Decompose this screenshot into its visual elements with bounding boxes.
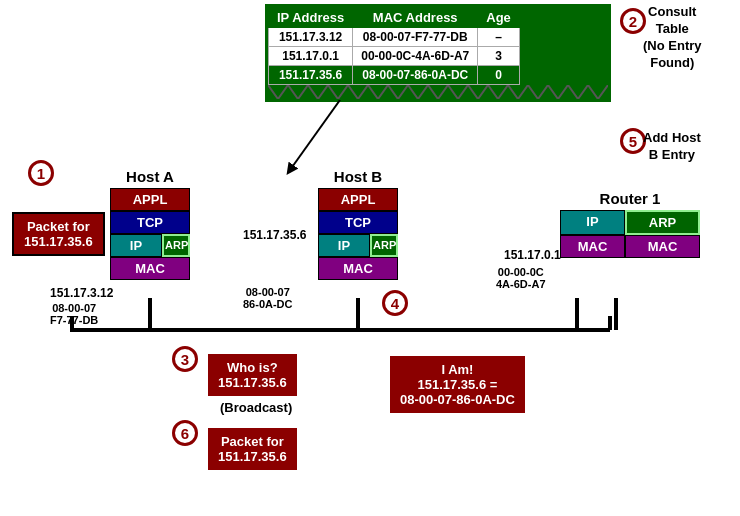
packet-box-left: Packet for151.17.35.6 — [12, 212, 105, 256]
packet-box-bottom: Packet for151.17.35.6 — [208, 428, 297, 470]
layer-arp-b: ARP — [370, 234, 398, 257]
layer-appl-b: APPL — [318, 188, 398, 211]
table-row: 151.17.0.1 00-00-0C-4A-6D-A7 3 — [269, 47, 520, 66]
age-cell: 0 — [478, 66, 520, 85]
router-label: Router 1 — [560, 190, 700, 207]
vert-r2 — [614, 298, 618, 330]
host-a-mac: 08-00-07F7-77-DB — [50, 302, 98, 326]
vert-r1 — [575, 298, 579, 330]
host-a-stack: Host A APPL TCP IP ARP MAC — [110, 168, 190, 280]
router-stack: Router 1 IP ARP MAC MAC — [560, 190, 700, 258]
table-row-highlight: 151.17.35.6 08-00-07-86-0A-DC 0 — [269, 66, 520, 85]
layer-mac-r1: MAC — [560, 235, 625, 258]
layer-mac-a: MAC — [110, 257, 190, 280]
layer-mac-b: MAC — [318, 257, 398, 280]
layer-ip-b: IP — [318, 234, 370, 257]
mac-cell: 08-00-07-86-0A-DC — [353, 66, 478, 85]
vert-b — [356, 298, 360, 330]
arp-table: IP Address MAC Address Age 151.17.3.12 0… — [265, 4, 611, 102]
ip-cell: 151.17.35.6 — [269, 66, 353, 85]
ip-cell: 151.17.3.12 — [269, 28, 353, 47]
circle-1: 1 — [28, 160, 54, 186]
mac-cell: 00-00-0C-4A-6D-A7 — [353, 47, 478, 66]
age-cell: – — [478, 28, 520, 47]
col-age: Age — [478, 8, 520, 28]
layer-arp-r: ARP — [625, 210, 700, 235]
layer-ip-r: IP — [560, 210, 625, 235]
layer-appl-a: APPL — [110, 188, 190, 211]
layer-arp-a: ARP — [162, 234, 190, 257]
router-mac: 00-00-0C4A-6D-A7 — [496, 266, 546, 290]
age-cell: 3 — [478, 47, 520, 66]
circle-3: 3 — [172, 346, 198, 372]
col-ip: IP Address — [269, 8, 353, 28]
vert-right — [608, 316, 612, 330]
host-b-label: Host B — [334, 168, 382, 185]
broadcast-label: (Broadcast) — [220, 400, 292, 415]
host-b-mac: 08-00-0786-0A-DC — [243, 286, 293, 310]
host-b-ip-left: 151.17.35.6 — [243, 228, 306, 242]
col-mac: MAC Address — [353, 8, 478, 28]
who-is-box: Who is?151.17.35.6 — [208, 354, 297, 396]
host-a-ip: 151.17.3.12 — [50, 286, 113, 300]
host-a-label: Host A — [126, 168, 174, 185]
ip-cell: 151.17.0.1 — [269, 47, 353, 66]
svg-line-0 — [290, 100, 340, 170]
consult-label: ConsultTable(No EntryFound) — [643, 4, 702, 72]
circle-6: 6 — [172, 420, 198, 446]
layer-mac-r2: MAC — [625, 235, 700, 258]
add-host-label: Add HostB Entry — [643, 130, 701, 164]
host-b-stack: Host B APPL TCP IP ARP MAC — [318, 168, 398, 280]
layer-tcp-b: TCP — [318, 211, 398, 234]
table-row: 151.17.3.12 08-00-07-F7-77-DB – — [269, 28, 520, 47]
layer-ip-a: IP — [110, 234, 162, 257]
vert-a — [148, 298, 152, 330]
layer-tcp-a: TCP — [110, 211, 190, 234]
circle-4: 4 — [382, 290, 408, 316]
i-am-box: I Am!151.17.35.6 =08-00-07-86-0A-DC — [390, 356, 525, 413]
vert-left — [70, 316, 74, 330]
mac-cell: 08-00-07-F7-77-DB — [353, 28, 478, 47]
router-ip: 151.17.0.1 — [504, 248, 561, 262]
